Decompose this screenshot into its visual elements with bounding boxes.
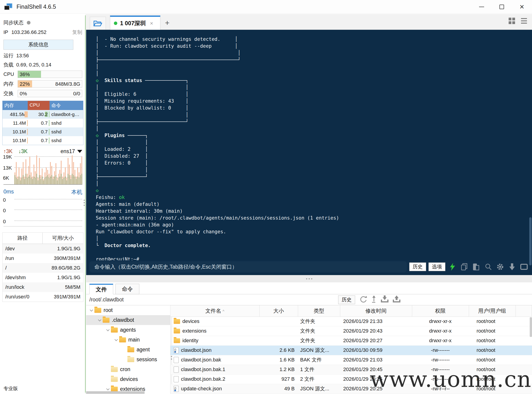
path-history-button[interactable]: 历史 (338, 296, 355, 304)
process-mem: 11.4M (3, 119, 28, 127)
file-row-clawdbot.json[interactable]: clawdbot.json2.6 KBJSON 源文...2026/01/30 … (170, 345, 532, 355)
system-info-button[interactable]: 系统信息 (3, 40, 73, 50)
session-tab-active[interactable]: 1 007深圳 × (110, 16, 160, 30)
disk-row[interactable]: /dev1.9G/1.9G (3, 244, 83, 254)
tree-item-main[interactable]: main (86, 335, 170, 345)
tab-close-icon[interactable]: × (150, 20, 153, 26)
tree-item-agents[interactable]: agents (86, 325, 170, 335)
file-row-clawdbot.json.bak[interactable]: clawdbot.json.bak1.6 KBBAK 文件2026/01/29 … (170, 355, 532, 365)
file-row-identity[interactable]: identity文件夹2026/01/29 20:27drwxr-xr-xroo… (170, 336, 532, 345)
interface-selector[interactable]: ens17 (61, 148, 82, 155)
search-icon[interactable] (483, 262, 493, 271)
net-bar (81, 156, 82, 184)
chevron-down-icon[interactable] (97, 320, 103, 321)
terminal-line: └ Doctor complete. (96, 242, 339, 249)
process-header-cmd[interactable]: 命令 (50, 101, 83, 110)
process-row[interactable]: 10.1M0.7sshd (3, 127, 83, 136)
file-table-scrollbar[interactable] (530, 317, 532, 337)
process-row[interactable]: 11.4M0.7sshd (3, 119, 83, 127)
net-down-bar (36, 174, 37, 184)
file-row-extensions[interactable]: extensions文件夹2026/01/29 20:43drwxr-xr-xr… (170, 326, 532, 336)
ip-value: 103.236.66.252 (11, 29, 46, 35)
tab-files[interactable]: 文件 (89, 284, 113, 294)
disk-header-size[interactable]: 可用/大小 (43, 233, 83, 244)
paste-icon[interactable] (471, 262, 481, 271)
file-header-1[interactable]: 大小 (259, 305, 298, 316)
file-size (259, 316, 298, 326)
net-down-bar (74, 176, 75, 184)
close-button[interactable]: ✕ (512, 0, 532, 14)
disk-row[interactable]: /89.6G/98.2G (3, 263, 83, 273)
file-header-5[interactable]: 用户/用户组 (469, 305, 516, 316)
disk-row[interactable]: /dev/shm1.9G/1.9G (3, 273, 83, 282)
process-table-header[interactable]: 内存CPU命令 (3, 101, 83, 110)
quick-command-icon[interactable] (448, 262, 457, 271)
process-header-mem[interactable]: 内存 (3, 101, 28, 110)
history-button[interactable]: 历史 (409, 262, 426, 271)
scroll-down-icon[interactable] (507, 262, 517, 271)
net-ytick: 6K (3, 175, 9, 181)
current-path[interactable]: /root/.clawdbot (89, 297, 124, 303)
maximize-button[interactable] (492, 0, 512, 14)
disk-header-path[interactable]: 路径 (3, 233, 43, 244)
chevron-down-icon[interactable] (88, 310, 94, 311)
tree-item-cron[interactable]: cron (86, 364, 170, 374)
refresh-icon[interactable] (359, 296, 367, 304)
process-row[interactable]: 10.1M0.7sshd (3, 136, 83, 145)
upload-icon[interactable] (393, 296, 400, 304)
ping-latency: 0ms (3, 188, 14, 196)
open-connection-button[interactable] (90, 17, 106, 30)
parent-directory-icon[interactable] (371, 296, 377, 304)
tree-item-root[interactable]: root (86, 305, 170, 315)
chevron-down-icon[interactable] (105, 329, 111, 331)
terminal-line: ├────────────────┘ (96, 173, 339, 180)
tree-item-devices[interactable]: devices (86, 374, 170, 384)
command-input[interactable]: 命令输入（双击Ctrl切换,Alt历史,Tab路径/命令,Esc关闭窗口） (89, 261, 407, 272)
ping-target[interactable]: 本机 (71, 188, 82, 196)
net-bar (68, 156, 68, 184)
file-header-3[interactable]: 修改时间 (340, 305, 412, 316)
disk-row[interactable]: /run/user/0391M/391M (3, 292, 83, 302)
file-row-devices[interactable]: devices文件夹2026/01/29 21:33drwxr-xr-xroot… (170, 316, 532, 326)
new-tab-button[interactable]: + (165, 18, 169, 30)
net-down-bar (31, 178, 32, 184)
tree-item-clawdbot[interactable]: .clawdbot (86, 315, 170, 325)
chevron-down-icon[interactable] (105, 389, 111, 390)
tree-horizontal-scrollbar[interactable] (86, 391, 145, 394)
file-header-2[interactable]: 类型 (298, 305, 340, 316)
tree-item-sessions[interactable]: sessions (86, 355, 170, 364)
copy-icon[interactable] (460, 262, 469, 271)
disk-row[interactable]: /run/lock5M/5M (3, 282, 83, 292)
tab-commands[interactable]: 命令 (115, 284, 139, 294)
settings-gear-icon[interactable] (495, 262, 505, 271)
disk-row[interactable]: /run390M/391M (3, 254, 83, 263)
process-header-cpu[interactable]: CPU (28, 101, 50, 110)
minimize-button[interactable] (471, 0, 492, 14)
net-down-bar (59, 176, 60, 184)
file-mtime: 2026/01/29 20:43 (340, 326, 412, 336)
options-button[interactable]: 选项 (429, 262, 445, 271)
meter-label: 内存 (3, 80, 18, 87)
sidebar-splitter-handle[interactable] (84, 200, 85, 206)
terminal-file-splitter[interactable] (86, 275, 532, 282)
net-bar (47, 156, 48, 184)
terminal-area[interactable]: │ - No channel security warnings detecte… (86, 30, 532, 275)
process-row[interactable]: 481.5M30.2clawdbot-gat... (3, 110, 83, 119)
terminal-line: ├───────────────────────────────────────… (96, 56, 339, 63)
download-icon[interactable] (381, 296, 389, 304)
copy-ip-link[interactable]: 复制 (72, 29, 82, 36)
net-bar (49, 156, 50, 184)
monitor-view-icon[interactable] (519, 262, 529, 271)
menu-icon[interactable] (521, 18, 527, 24)
net-bar (16, 156, 17, 184)
terminal-scrollbar[interactable] (529, 217, 532, 265)
net-bar (31, 156, 32, 184)
net-down-bar (27, 178, 28, 184)
net-bar (32, 156, 33, 184)
chevron-down-icon[interactable] (113, 339, 119, 341)
file-header-0[interactable]: 文件名^ (170, 305, 259, 316)
file-header-4[interactable]: 权限 (412, 305, 469, 316)
tree-item-agent[interactable]: agent (86, 345, 170, 355)
net-bar (39, 156, 40, 184)
layout-grid-icon[interactable] (509, 18, 515, 24)
